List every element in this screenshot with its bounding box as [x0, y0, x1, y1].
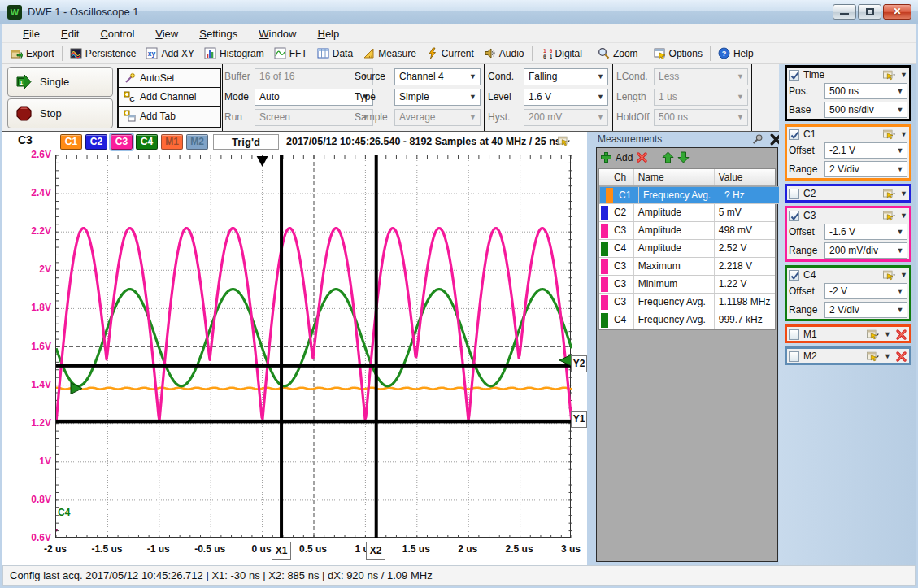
checkbox-m1[interactable]: [789, 329, 799, 340]
menu-control[interactable]: Control: [89, 26, 145, 41]
channel-tab-c2[interactable]: C2: [85, 134, 107, 150]
minimize-button[interactable]: [833, 4, 856, 20]
channel-tab-m1[interactable]: M1: [161, 134, 183, 150]
channel-tab-c1[interactable]: C1: [60, 134, 82, 150]
move-down-icon[interactable]: [677, 151, 690, 163]
chevron-down-icon: ▼: [894, 224, 906, 239]
param-select-range[interactable]: 200 mV/div▼: [824, 242, 907, 259]
channel-tab-m2[interactable]: M2: [186, 134, 208, 150]
column-header-ch[interactable]: Ch: [610, 169, 634, 185]
measurement-row[interactable]: C3Frequency Avg.1.1198 MHz: [599, 294, 775, 311]
menu-help[interactable]: Help: [307, 26, 350, 41]
param-select-offset[interactable]: -2 V▼: [824, 283, 907, 299]
chevron-down-icon[interactable]: ▼: [900, 130, 907, 138]
pin-icon[interactable]: [752, 133, 764, 146]
toolbar-histogram-button[interactable]: Histogram: [199, 46, 269, 61]
single-button[interactable]: 1 Single: [7, 67, 113, 97]
toolbar-fft-button[interactable]: FFT: [269, 46, 312, 61]
checkbox-c2[interactable]: [789, 189, 799, 199]
measurement-row[interactable]: C1Frequency Avg.? Hz: [599, 186, 782, 204]
properties-icon[interactable]: [883, 128, 895, 141]
delete-channel-icon[interactable]: [895, 329, 907, 341]
param-select-pos[interactable]: 500 ns▼: [824, 83, 907, 99]
toolbar-measure-button[interactable]: Measure: [358, 46, 421, 61]
param-select-offset[interactable]: -1.6 V▼: [824, 224, 907, 240]
close-button[interactable]: ✕: [883, 4, 911, 20]
plot-options-icon[interactable]: [558, 135, 570, 147]
properties-icon[interactable]: [883, 69, 895, 81]
cursor-x2-label[interactable]: X2: [366, 542, 385, 560]
menu-edit[interactable]: Edit: [50, 26, 89, 41]
select-holdoff[interactable]: 500 ns▼: [654, 109, 748, 126]
checkbox-m2[interactable]: [789, 351, 799, 362]
add-measurement-label[interactable]: Add: [616, 152, 633, 163]
toolbar-add-xy-button[interactable]: xyAdd XY: [141, 46, 199, 61]
select-source[interactable]: Channel 4▼: [394, 68, 481, 85]
properties-icon[interactable]: [883, 269, 895, 281]
measurement-row[interactable]: C4Frequency Avg.999.7 kHz: [599, 311, 775, 329]
select-sample[interactable]: Average▼: [394, 109, 481, 126]
addxy-icon: xy: [146, 47, 158, 59]
checkbox-c3[interactable]: [789, 211, 799, 221]
measurement-row[interactable]: C3Amplitude498 mV: [599, 222, 775, 240]
chevron-down-icon[interactable]: ▼: [884, 352, 891, 360]
toolbar-options-button[interactable]: Options: [649, 46, 707, 61]
menu-view[interactable]: View: [145, 26, 189, 41]
toolbar-persistence-button[interactable]: Persistence: [65, 46, 141, 61]
chevron-down-icon[interactable]: ▼: [884, 330, 891, 338]
param-select-range[interactable]: 2 V/div▼: [824, 161, 907, 177]
toolbar-zoom-button[interactable]: Zoom: [593, 46, 643, 61]
menu-file[interactable]: File: [12, 26, 50, 41]
properties-icon[interactable]: [867, 351, 879, 363]
select-level[interactable]: 1.6 V▼: [524, 89, 608, 106]
properties-icon[interactable]: [867, 329, 879, 341]
cursor-x1-label[interactable]: X1: [272, 542, 291, 560]
chevron-down-icon[interactable]: ▼: [900, 211, 907, 220]
delete-measurement-icon[interactable]: [636, 151, 648, 163]
properties-icon[interactable]: [883, 188, 895, 200]
checkbox-c4[interactable]: [789, 270, 799, 281]
param-select-range[interactable]: 2 V/div▼: [824, 302, 907, 318]
select-lcond[interactable]: Less▼: [654, 68, 748, 85]
param-select-base[interactable]: 500 ns/div▼: [824, 102, 907, 118]
toolbar-help-button[interactable]: ?Help: [713, 46, 759, 61]
chevron-down-icon[interactable]: ▼: [900, 271, 907, 279]
delete-channel-icon[interactable]: [895, 351, 907, 363]
stop-button[interactable]: Stop: [7, 98, 113, 128]
checkbox-c1[interactable]: [789, 129, 799, 140]
param-select-offset[interactable]: -2.1 V▼: [824, 142, 907, 159]
toolbar-export-button[interactable]: Export: [6, 46, 59, 61]
measurement-row[interactable]: C3Maximum2.218 V: [599, 258, 775, 276]
column-header-value[interactable]: Value: [715, 169, 775, 185]
cursor-y2-label[interactable]: Y2: [571, 355, 587, 372]
checkbox-time[interactable]: [789, 70, 799, 81]
toolbar-digital-button[interactable]: 1 00 1Digital: [535, 46, 587, 61]
add-tab-button[interactable]: Add Tab: [119, 107, 220, 125]
select-hyst[interactable]: 200 mV▼: [524, 109, 608, 126]
toolbar-current-button[interactable]: Current: [421, 46, 479, 61]
chevron-down-icon[interactable]: ▼: [900, 71, 907, 79]
measurement-row[interactable]: C2Amplitude5 mV: [599, 204, 775, 222]
measurement-row[interactable]: C4Amplitude2.52 V: [599, 240, 775, 258]
properties-icon[interactable]: [883, 210, 895, 222]
toolbar-data-button[interactable]: Data: [312, 46, 358, 61]
chevron-down-icon[interactable]: ▼: [900, 189, 907, 198]
move-up-icon[interactable]: [662, 151, 674, 163]
toolbar-audio-button[interactable]: Audio: [479, 46, 529, 61]
add-channel-button[interactable]: C Add Channel: [119, 88, 220, 107]
menu-window[interactable]: Window: [248, 26, 307, 41]
channel-tab-c3[interactable]: C3: [111, 134, 133, 150]
maximize-button[interactable]: [858, 4, 881, 20]
histogram-icon: [204, 47, 216, 59]
add-measurement-icon[interactable]: [600, 151, 612, 163]
cursor-y1-label[interactable]: Y1: [571, 411, 587, 428]
select-length[interactable]: 1 us▼: [654, 89, 748, 106]
plot-area[interactable]: [55, 155, 571, 538]
select-type[interactable]: Simple▼: [394, 89, 481, 106]
column-header-name[interactable]: Name: [634, 169, 715, 185]
select-cond[interactable]: Falling▼: [524, 68, 608, 85]
menu-settings[interactable]: Settings: [189, 26, 248, 41]
channel-tab-c4[interactable]: C4: [136, 134, 158, 150]
measurement-row[interactable]: C3Minimum1.22 V: [599, 276, 775, 294]
autoset-button[interactable]: AutoSet: [119, 69, 220, 88]
